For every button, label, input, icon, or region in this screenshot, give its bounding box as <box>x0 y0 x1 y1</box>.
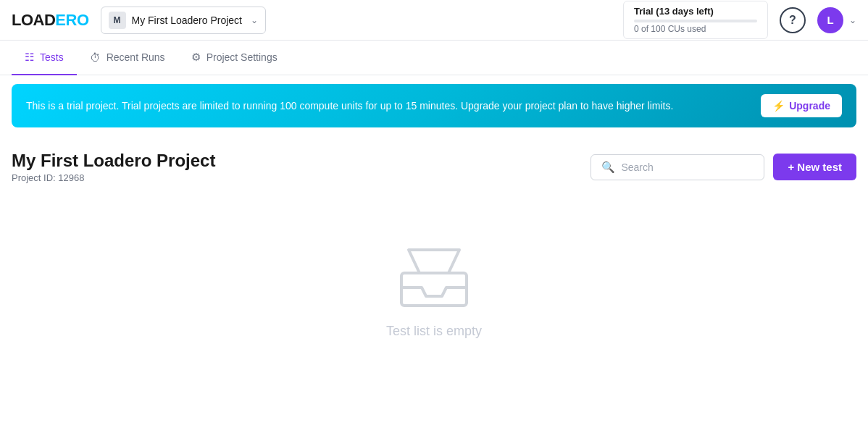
logo-load: LOAD <box>12 11 55 30</box>
upgrade-button[interactable]: ⚡ Upgrade <box>761 94 842 117</box>
tab-recent-runs[interactable]: ⏱ Recent Runs <box>77 41 178 75</box>
main-content: My First Loadero Project Project ID: 129… <box>0 136 868 411</box>
project-info: My First Loadero Project Project ID: 129… <box>12 151 215 183</box>
tab-recent-runs-label: Recent Runs <box>107 51 165 63</box>
recent-runs-icon: ⏱ <box>90 51 101 64</box>
page-title: My First Loadero Project <box>12 151 215 171</box>
tab-project-settings-label: Project Settings <box>206 51 277 63</box>
user-chevron-icon: ⌄ <box>849 15 856 25</box>
banner-text: This is a trial project. Trial projects … <box>26 100 673 112</box>
help-button[interactable]: ? <box>780 7 806 33</box>
trial-usage-text: 0 of 100 CUs used <box>634 24 706 34</box>
project-header: My First Loadero Project Project ID: 129… <box>12 151 856 183</box>
new-test-button[interactable]: + New test <box>773 154 856 180</box>
empty-state: Test list is empty <box>12 186 856 397</box>
search-icon: 🔍 <box>601 161 615 174</box>
svg-rect-0 <box>401 273 467 306</box>
logo[interactable]: LOADERO <box>12 11 89 30</box>
settings-icon: ⚙ <box>191 51 201 64</box>
header: LOADERO M My First Loadero Project ⌄ Tri… <box>0 0 868 41</box>
lightning-icon: ⚡ <box>772 100 785 112</box>
tab-project-settings[interactable]: ⚙ Project Settings <box>178 41 291 75</box>
trial-info: Trial (13 days left) 0 of 100 CUs used <box>623 1 768 39</box>
empty-state-icon <box>394 244 474 309</box>
tab-tests[interactable]: ☷ Tests <box>12 41 77 75</box>
project-avatar: M <box>109 12 126 29</box>
search-input[interactable] <box>621 161 754 173</box>
user-avatar: L <box>817 7 843 33</box>
usage-bar-background <box>634 20 757 22</box>
tests-icon: ☷ <box>25 51 34 64</box>
tab-tests-label: Tests <box>40 51 64 63</box>
project-name: My First Loadero Project <box>132 14 243 26</box>
logo-ero: ERO <box>55 11 88 30</box>
user-menu-button[interactable]: L ⌄ <box>817 7 856 33</box>
chevron-down-icon: ⌄ <box>251 15 258 25</box>
search-box[interactable]: 🔍 <box>591 154 764 180</box>
upgrade-label: Upgrade <box>789 100 830 112</box>
tabs: ☷ Tests ⏱ Recent Runs ⚙ Project Settings <box>0 41 868 75</box>
actions-bar: 🔍 + New test <box>591 154 856 180</box>
trial-banner: This is a trial project. Trial projects … <box>12 84 856 127</box>
trial-label: Trial (13 days left) <box>634 6 714 17</box>
project-id: Project ID: 12968 <box>12 172 215 183</box>
project-selector[interactable]: M My First Loadero Project ⌄ <box>101 7 267 34</box>
empty-state-text: Test list is empty <box>386 324 482 339</box>
